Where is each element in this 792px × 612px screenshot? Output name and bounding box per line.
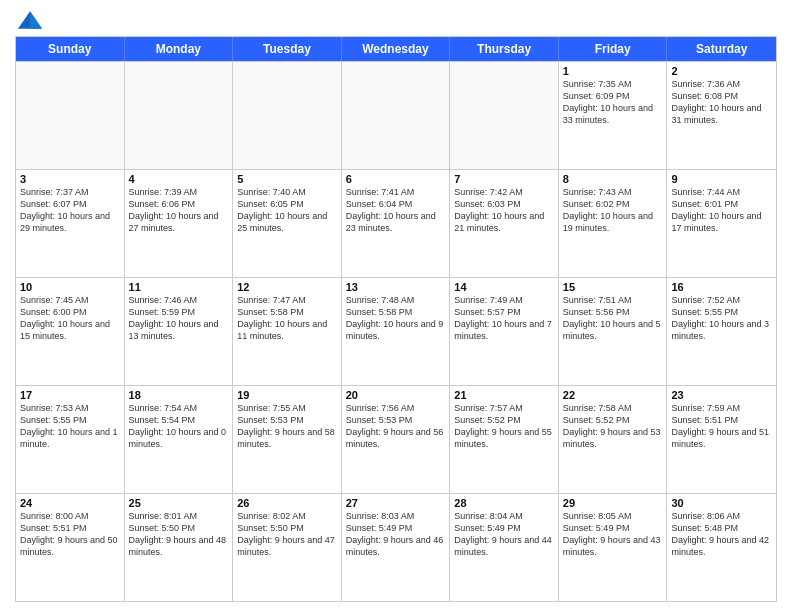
- day-info: Sunrise: 7:49 AM Sunset: 5:57 PM Dayligh…: [454, 294, 554, 343]
- cal-cell: 10Sunrise: 7:45 AM Sunset: 6:00 PM Dayli…: [16, 278, 125, 385]
- day-info: Sunrise: 7:41 AM Sunset: 6:04 PM Dayligh…: [346, 186, 446, 235]
- day-number: 8: [563, 173, 663, 185]
- cal-cell: 21Sunrise: 7:57 AM Sunset: 5:52 PM Dayli…: [450, 386, 559, 493]
- day-number: 29: [563, 497, 663, 509]
- day-info: Sunrise: 7:42 AM Sunset: 6:03 PM Dayligh…: [454, 186, 554, 235]
- day-info: Sunrise: 7:58 AM Sunset: 5:52 PM Dayligh…: [563, 402, 663, 451]
- header-day-monday: Monday: [125, 37, 234, 61]
- day-number: 16: [671, 281, 772, 293]
- day-number: 24: [20, 497, 120, 509]
- day-info: Sunrise: 8:06 AM Sunset: 5:48 PM Dayligh…: [671, 510, 772, 559]
- header: [15, 10, 777, 30]
- calendar-header: SundayMondayTuesdayWednesdayThursdayFrid…: [16, 37, 776, 61]
- cal-cell: 9Sunrise: 7:44 AM Sunset: 6:01 PM Daylig…: [667, 170, 776, 277]
- day-info: Sunrise: 7:48 AM Sunset: 5:58 PM Dayligh…: [346, 294, 446, 343]
- header-day-friday: Friday: [559, 37, 668, 61]
- cal-cell: 15Sunrise: 7:51 AM Sunset: 5:56 PM Dayli…: [559, 278, 668, 385]
- day-info: Sunrise: 7:47 AM Sunset: 5:58 PM Dayligh…: [237, 294, 337, 343]
- day-number: 15: [563, 281, 663, 293]
- day-info: Sunrise: 7:54 AM Sunset: 5:54 PM Dayligh…: [129, 402, 229, 451]
- cal-cell: 7Sunrise: 7:42 AM Sunset: 6:03 PM Daylig…: [450, 170, 559, 277]
- day-info: Sunrise: 8:03 AM Sunset: 5:49 PM Dayligh…: [346, 510, 446, 559]
- day-number: 10: [20, 281, 120, 293]
- day-number: 9: [671, 173, 772, 185]
- day-info: Sunrise: 7:46 AM Sunset: 5:59 PM Dayligh…: [129, 294, 229, 343]
- day-info: Sunrise: 8:04 AM Sunset: 5:49 PM Dayligh…: [454, 510, 554, 559]
- logo: [15, 10, 49, 30]
- cal-cell: 12Sunrise: 7:47 AM Sunset: 5:58 PM Dayli…: [233, 278, 342, 385]
- day-number: 18: [129, 389, 229, 401]
- cal-cell: 2Sunrise: 7:36 AM Sunset: 6:08 PM Daylig…: [667, 62, 776, 169]
- cal-cell: [16, 62, 125, 169]
- day-number: 14: [454, 281, 554, 293]
- cal-cell: 14Sunrise: 7:49 AM Sunset: 5:57 PM Dayli…: [450, 278, 559, 385]
- day-info: Sunrise: 7:45 AM Sunset: 6:00 PM Dayligh…: [20, 294, 120, 343]
- svg-marker-1: [30, 11, 42, 28]
- day-info: Sunrise: 8:02 AM Sunset: 5:50 PM Dayligh…: [237, 510, 337, 559]
- week-row-1: 3Sunrise: 7:37 AM Sunset: 6:07 PM Daylig…: [16, 169, 776, 277]
- week-row-0: 1Sunrise: 7:35 AM Sunset: 6:09 PM Daylig…: [16, 61, 776, 169]
- cal-cell: 26Sunrise: 8:02 AM Sunset: 5:50 PM Dayli…: [233, 494, 342, 601]
- cal-cell: 13Sunrise: 7:48 AM Sunset: 5:58 PM Dayli…: [342, 278, 451, 385]
- cal-cell: 28Sunrise: 8:04 AM Sunset: 5:49 PM Dayli…: [450, 494, 559, 601]
- header-day-sunday: Sunday: [16, 37, 125, 61]
- day-number: 20: [346, 389, 446, 401]
- cal-cell: 4Sunrise: 7:39 AM Sunset: 6:06 PM Daylig…: [125, 170, 234, 277]
- day-number: 27: [346, 497, 446, 509]
- day-number: 4: [129, 173, 229, 185]
- cal-cell: 29Sunrise: 8:05 AM Sunset: 5:49 PM Dayli…: [559, 494, 668, 601]
- header-day-tuesday: Tuesday: [233, 37, 342, 61]
- cal-cell: 5Sunrise: 7:40 AM Sunset: 6:05 PM Daylig…: [233, 170, 342, 277]
- page: SundayMondayTuesdayWednesdayThursdayFrid…: [0, 0, 792, 612]
- day-info: Sunrise: 7:40 AM Sunset: 6:05 PM Dayligh…: [237, 186, 337, 235]
- day-number: 11: [129, 281, 229, 293]
- day-number: 23: [671, 389, 772, 401]
- day-info: Sunrise: 7:51 AM Sunset: 5:56 PM Dayligh…: [563, 294, 663, 343]
- cal-cell: [450, 62, 559, 169]
- cal-cell: 24Sunrise: 8:00 AM Sunset: 5:51 PM Dayli…: [16, 494, 125, 601]
- day-number: 30: [671, 497, 772, 509]
- cal-cell: 18Sunrise: 7:54 AM Sunset: 5:54 PM Dayli…: [125, 386, 234, 493]
- day-info: Sunrise: 7:35 AM Sunset: 6:09 PM Dayligh…: [563, 78, 663, 127]
- day-info: Sunrise: 8:00 AM Sunset: 5:51 PM Dayligh…: [20, 510, 120, 559]
- day-number: 21: [454, 389, 554, 401]
- header-day-thursday: Thursday: [450, 37, 559, 61]
- cal-cell: 6Sunrise: 7:41 AM Sunset: 6:04 PM Daylig…: [342, 170, 451, 277]
- week-row-3: 17Sunrise: 7:53 AM Sunset: 5:55 PM Dayli…: [16, 385, 776, 493]
- header-day-wednesday: Wednesday: [342, 37, 451, 61]
- cal-cell: 20Sunrise: 7:56 AM Sunset: 5:53 PM Dayli…: [342, 386, 451, 493]
- cal-cell: 11Sunrise: 7:46 AM Sunset: 5:59 PM Dayli…: [125, 278, 234, 385]
- day-info: Sunrise: 8:05 AM Sunset: 5:49 PM Dayligh…: [563, 510, 663, 559]
- day-number: 22: [563, 389, 663, 401]
- day-number: 7: [454, 173, 554, 185]
- day-number: 6: [346, 173, 446, 185]
- day-number: 1: [563, 65, 663, 77]
- cal-cell: 16Sunrise: 7:52 AM Sunset: 5:55 PM Dayli…: [667, 278, 776, 385]
- cal-cell: 3Sunrise: 7:37 AM Sunset: 6:07 PM Daylig…: [16, 170, 125, 277]
- calendar: SundayMondayTuesdayWednesdayThursdayFrid…: [15, 36, 777, 602]
- day-info: Sunrise: 7:52 AM Sunset: 5:55 PM Dayligh…: [671, 294, 772, 343]
- day-info: Sunrise: 7:53 AM Sunset: 5:55 PM Dayligh…: [20, 402, 120, 451]
- header-day-saturday: Saturday: [667, 37, 776, 61]
- day-info: Sunrise: 7:55 AM Sunset: 5:53 PM Dayligh…: [237, 402, 337, 451]
- day-info: Sunrise: 7:57 AM Sunset: 5:52 PM Dayligh…: [454, 402, 554, 451]
- cal-cell: 22Sunrise: 7:58 AM Sunset: 5:52 PM Dayli…: [559, 386, 668, 493]
- day-number: 12: [237, 281, 337, 293]
- cal-cell: 30Sunrise: 8:06 AM Sunset: 5:48 PM Dayli…: [667, 494, 776, 601]
- cal-cell: 1Sunrise: 7:35 AM Sunset: 6:09 PM Daylig…: [559, 62, 668, 169]
- day-number: 19: [237, 389, 337, 401]
- cal-cell: 23Sunrise: 7:59 AM Sunset: 5:51 PM Dayli…: [667, 386, 776, 493]
- day-info: Sunrise: 7:39 AM Sunset: 6:06 PM Dayligh…: [129, 186, 229, 235]
- day-info: Sunrise: 7:43 AM Sunset: 6:02 PM Dayligh…: [563, 186, 663, 235]
- day-number: 26: [237, 497, 337, 509]
- cal-cell: [342, 62, 451, 169]
- cal-cell: [125, 62, 234, 169]
- day-number: 25: [129, 497, 229, 509]
- day-info: Sunrise: 7:36 AM Sunset: 6:08 PM Dayligh…: [671, 78, 772, 127]
- week-row-2: 10Sunrise: 7:45 AM Sunset: 6:00 PM Dayli…: [16, 277, 776, 385]
- day-info: Sunrise: 7:44 AM Sunset: 6:01 PM Dayligh…: [671, 186, 772, 235]
- day-info: Sunrise: 7:59 AM Sunset: 5:51 PM Dayligh…: [671, 402, 772, 451]
- cal-cell: 25Sunrise: 8:01 AM Sunset: 5:50 PM Dayli…: [125, 494, 234, 601]
- day-number: 5: [237, 173, 337, 185]
- cal-cell: [233, 62, 342, 169]
